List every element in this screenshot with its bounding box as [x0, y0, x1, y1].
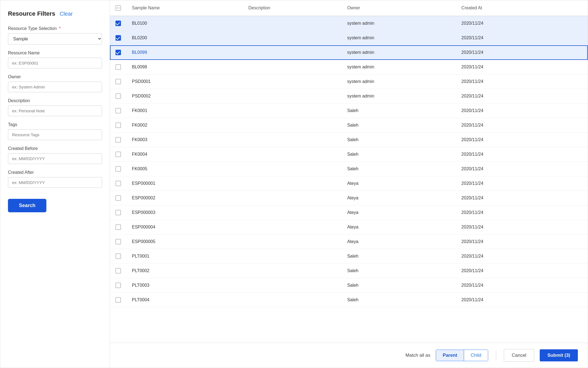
row-checkbox-cell[interactable]	[110, 176, 126, 191]
table-row[interactable]: BL0100system admin2020/11/24	[110, 16, 588, 31]
row-checkbox[interactable]	[115, 152, 121, 157]
row-checkbox[interactable]	[115, 297, 121, 303]
row-checkbox-cell[interactable]	[110, 235, 126, 249]
row-checkbox[interactable]	[115, 253, 121, 259]
row-created-at: 2020/11/24	[456, 147, 555, 162]
table-row[interactable]: PLT0002Saleh2020/11/24	[110, 264, 588, 278]
row-checkbox-cell[interactable]	[110, 205, 126, 220]
row-checkbox-cell[interactable]	[110, 45, 126, 60]
owner-header: Owner	[342, 0, 456, 16]
table-row[interactable]: PLT0004Saleh2020/11/24	[110, 293, 588, 307]
row-checkbox-cell[interactable]	[110, 133, 126, 147]
row-checkbox[interactable]	[115, 195, 121, 201]
parent-button[interactable]: Parent	[436, 350, 464, 361]
row-checkbox[interactable]	[115, 166, 121, 172]
description-header: Description	[243, 0, 341, 16]
row-owner: Saleh	[342, 147, 456, 162]
row-checkbox-cell[interactable]	[110, 89, 126, 104]
table-row[interactable]: FK0001Saleh2020/11/24	[110, 104, 588, 118]
table-row[interactable]: FK0004Saleh2020/11/24	[110, 147, 588, 162]
row-checkbox-cell[interactable]	[110, 191, 126, 205]
table-row[interactable]: ESP000005Ateya2020/11/24	[110, 235, 588, 249]
row-description	[243, 16, 341, 31]
row-description	[243, 235, 341, 249]
table-row[interactable]: ESP000004Ateya2020/11/24	[110, 220, 588, 235]
row-extra	[555, 60, 588, 74]
row-checkbox[interactable]	[115, 108, 121, 113]
select-all-checkbox[interactable]	[115, 5, 121, 11]
created-after-input[interactable]	[8, 177, 102, 188]
row-checkbox-cell[interactable]	[110, 249, 126, 264]
row-checkbox-cell[interactable]	[110, 60, 126, 74]
row-checkbox-cell[interactable]	[110, 118, 126, 133]
table-row[interactable]: PSD0001system admin2020/11/24	[110, 74, 588, 89]
row-checkbox-cell[interactable]	[110, 31, 126, 45]
row-checkbox[interactable]	[115, 79, 121, 84]
row-sample-name: ESP000005	[126, 235, 243, 249]
row-checkbox[interactable]	[115, 35, 121, 41]
table-row[interactable]: PSD0002system admin2020/11/24	[110, 89, 588, 104]
cancel-button[interactable]: Cancel	[504, 349, 534, 362]
table-row[interactable]: FK0005Saleh2020/11/24	[110, 162, 588, 176]
row-checkbox-cell[interactable]	[110, 220, 126, 235]
row-checkbox-cell[interactable]	[110, 293, 126, 307]
table-row[interactable]: PLT0003Saleh2020/11/24	[110, 278, 588, 293]
owner-input[interactable]	[8, 82, 102, 92]
row-checkbox[interactable]	[115, 210, 121, 215]
row-owner: Saleh	[342, 118, 456, 133]
row-extra	[555, 133, 588, 147]
row-checkbox[interactable]	[115, 64, 121, 70]
table-row[interactable]: BL0200system admin2020/11/24	[110, 31, 588, 45]
right-panel: Sample Name Description Owner Created At…	[110, 0, 588, 368]
row-checkbox[interactable]	[115, 268, 121, 274]
row-description	[243, 249, 341, 264]
description-input[interactable]	[8, 105, 102, 116]
row-checkbox-cell[interactable]	[110, 104, 126, 118]
row-extra	[555, 176, 588, 191]
row-owner: Saleh	[342, 162, 456, 176]
row-checkbox[interactable]	[115, 239, 121, 244]
row-created-at: 2020/11/24	[456, 74, 555, 89]
row-checkbox-cell[interactable]	[110, 162, 126, 176]
table-row[interactable]: BL0099system admin2020/11/24	[110, 45, 588, 60]
row-checkbox-cell[interactable]	[110, 264, 126, 278]
table-row[interactable]: FK0003Saleh2020/11/24	[110, 133, 588, 147]
row-owner: Saleh	[342, 278, 456, 293]
table-row[interactable]: ESP000001Ateya2020/11/24	[110, 176, 588, 191]
row-checkbox-cell[interactable]	[110, 147, 126, 162]
row-sample-name: PLT0001	[126, 249, 243, 264]
clear-link[interactable]: Clear	[60, 11, 73, 17]
row-checkbox-cell[interactable]	[110, 74, 126, 89]
row-checkbox[interactable]	[115, 137, 121, 143]
row-extra	[555, 278, 588, 293]
table-row[interactable]: PLT0001Saleh2020/11/24	[110, 249, 588, 264]
created-before-input[interactable]	[8, 153, 102, 164]
table-row[interactable]: ESP000002Ateya2020/11/24	[110, 191, 588, 205]
row-checkbox[interactable]	[115, 224, 121, 230]
row-checkbox-cell[interactable]	[110, 278, 126, 293]
row-checkbox-cell[interactable]	[110, 16, 126, 31]
row-extra	[555, 16, 588, 31]
submit-button[interactable]: Submit (3)	[540, 349, 578, 361]
table-row[interactable]: BL0098system admin2020/11/24	[110, 60, 588, 74]
row-sample-name: BL0099	[126, 45, 243, 60]
row-checkbox[interactable]	[115, 93, 121, 99]
resource-name-group: Resource Name	[8, 51, 102, 68]
resource-type-select[interactable]: Sample Plate Container	[8, 33, 102, 44]
row-checkbox[interactable]	[115, 181, 121, 186]
resource-name-input[interactable]	[8, 58, 102, 68]
table-row[interactable]: ESP000003Ateya2020/11/24	[110, 205, 588, 220]
row-checkbox[interactable]	[115, 283, 121, 288]
filter-panel: Resource Filters Clear Resource Type Sel…	[0, 0, 110, 368]
select-all-header[interactable]	[110, 0, 126, 16]
row-checkbox[interactable]	[115, 50, 121, 55]
tags-input[interactable]	[8, 129, 102, 140]
table-row[interactable]: FK0002Saleh2020/11/24	[110, 118, 588, 133]
row-sample-name: ESP000004	[126, 220, 243, 235]
search-button[interactable]: Search	[8, 199, 46, 212]
row-extra	[555, 74, 588, 89]
row-checkbox[interactable]	[115, 21, 121, 26]
row-sample-name: BL0098	[126, 60, 243, 74]
row-checkbox[interactable]	[115, 122, 121, 128]
child-button[interactable]: Child	[464, 350, 488, 361]
